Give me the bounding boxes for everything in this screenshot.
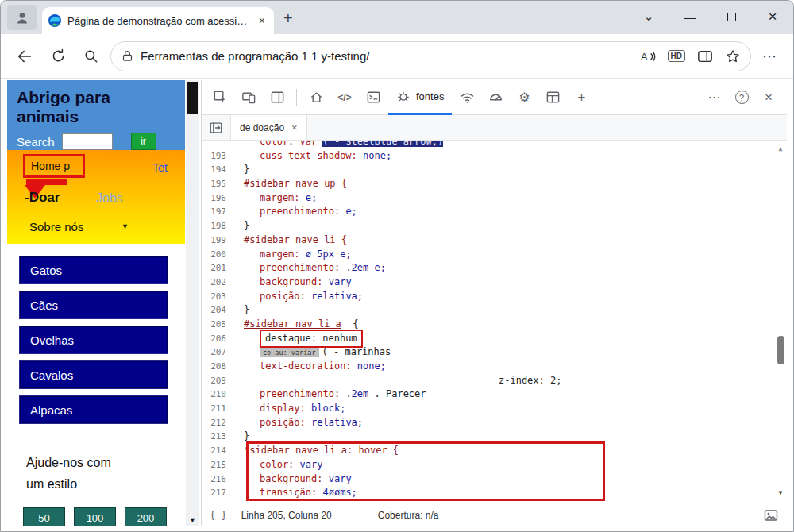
line-number[interactable]: 213: [202, 430, 233, 444]
line-number[interactable]: 208: [202, 360, 233, 374]
nav-link-about[interactable]: Sobre nós: [29, 220, 83, 233]
line-number[interactable]: 206: [202, 332, 233, 346]
editor-scrollbar[interactable]: ▲ ▼: [775, 141, 786, 503]
layout-tab-button[interactable]: [539, 82, 566, 114]
console-tab-button[interactable]: [360, 82, 387, 114]
nav-link-pet[interactable]: Tet: [152, 161, 168, 174]
line-number[interactable]: 214: [202, 444, 233, 458]
add-panel-button[interactable]: +: [568, 82, 595, 114]
donation-amount-button[interactable]: 100: [74, 507, 116, 526]
line-number[interactable]: 199: [202, 233, 233, 248]
code-line[interactable]: 217transição: 4øøms;: [202, 486, 787, 500]
address-bar[interactable]: Ferramentas de programação 1 1 y-testing…: [110, 41, 751, 71]
hd-badge-icon[interactable]: HD: [668, 50, 685, 62]
nav-link-donate[interactable]: -Doar: [25, 190, 60, 206]
code-line[interactable]: 199#sidebar nave li {: [202, 233, 787, 248]
line-number[interactable]: 209: [202, 374, 233, 388]
category-button[interactable]: Cães: [20, 291, 168, 318]
line-number[interactable]: 216: [202, 472, 233, 487]
nav-link-jobs[interactable]: Jobs: [96, 191, 123, 206]
donation-amount-button[interactable]: 50: [23, 507, 65, 526]
new-tab-button[interactable]: +: [283, 10, 293, 28]
favorites-star-icon[interactable]: [725, 48, 741, 64]
file-tab[interactable]: de doação ×: [230, 115, 307, 140]
line-number[interactable]: 204: [202, 303, 233, 318]
image-icon[interactable]: [763, 507, 779, 523]
code-line[interactable]: 195#sidebar nave up {: [202, 177, 787, 191]
code-line[interactable]: 210preenchimento: .2em . Parecer: [202, 387, 787, 402]
code-line[interactable]: 196margem: e;: [202, 191, 787, 206]
line-number[interactable]: 197: [202, 205, 233, 219]
elements-tab-button[interactable]: </>: [331, 82, 358, 114]
scroll-up-icon[interactable]: ▲: [775, 145, 786, 152]
scroll-down-icon[interactable]: ▼: [186, 516, 199, 524]
code-line[interactable]: 194}: [202, 163, 787, 177]
line-number[interactable]: 198: [202, 219, 233, 233]
line-number[interactable]: 211: [202, 402, 233, 416]
device-emulation-button[interactable]: [235, 82, 262, 114]
performance-tab-button[interactable]: [482, 82, 509, 114]
category-button[interactable]: Gatos: [20, 256, 168, 283]
line-number[interactable]: 202: [202, 276, 233, 290]
code-line[interactable]: 204}: [202, 303, 787, 318]
line-number[interactable]: 207: [202, 345, 233, 360]
toggle-sidebar-button[interactable]: [202, 115, 230, 140]
close-window-button[interactable]: ×: [752, 1, 793, 33]
tab-close-button[interactable]: ×: [256, 14, 268, 27]
code-line[interactable]: 213}: [202, 430, 787, 444]
line-number[interactable]: 195: [202, 177, 233, 191]
maximize-button[interactable]: [711, 1, 752, 33]
scrollbar-thumb[interactable]: [187, 82, 198, 114]
code-line[interactable]: 214*sidebar nave li a: hover {: [202, 444, 787, 458]
tab-search-chevron-icon[interactable]: ⌄: [628, 1, 669, 33]
back-button[interactable]: [10, 43, 39, 70]
code-line[interactable]: 216background: vary: [202, 472, 787, 487]
minimize-button[interactable]: —: [669, 1, 711, 33]
search-button[interactable]: [77, 43, 106, 70]
home-tab-button[interactable]: [303, 82, 330, 114]
settings-more-button[interactable]: ⋯: [756, 48, 784, 65]
read-aloud-icon[interactable]: A: [639, 48, 657, 64]
application-tab-button[interactable]: ⚙: [511, 82, 538, 114]
category-button[interactable]: Cavalos: [20, 361, 168, 388]
devtools-help-button[interactable]: ?: [728, 82, 755, 114]
category-button[interactable]: Alpacas: [20, 396, 168, 423]
line-number[interactable]: [202, 141, 233, 149]
page-scrollbar[interactable]: ▼: [186, 80, 199, 526]
editor-scrollbar-thumb[interactable]: [777, 336, 784, 364]
code-line[interactable]: 212posição: relativa;: [202, 416, 787, 430]
code-line[interactable]: 202background: vary: [202, 276, 787, 290]
category-button[interactable]: Ovelhas: [20, 326, 168, 353]
code-line[interactable]: 206destaque: nenhum: [202, 332, 787, 346]
code-line[interactable]: 207co au: variar( - marinhas: [202, 345, 787, 360]
line-number[interactable]: 194: [202, 163, 233, 177]
inspect-element-button[interactable]: [206, 82, 233, 114]
browser-tab[interactable]: Página de demonstração com acessibilidad…: [42, 7, 274, 34]
network-tab-button[interactable]: [453, 82, 480, 114]
line-number[interactable]: 205: [202, 318, 233, 332]
code-line[interactable]: 200margem: ø 5px e;: [202, 248, 787, 262]
nav-link-home[interactable]: Home p: [31, 160, 70, 172]
code-line[interactable]: color: var ( - steelblue arrow;): [202, 141, 787, 149]
sources-tab-active[interactable]: fontes: [388, 80, 452, 115]
site-search-input[interactable]: [62, 133, 113, 150]
code-line[interactable]: 215color: vary: [202, 458, 787, 472]
split-screen-icon[interactable]: [696, 48, 714, 64]
line-number[interactable]: 201: [202, 261, 233, 276]
code-line[interactable]: 201preenchimento: .2em e;: [202, 261, 787, 276]
devtools-close-button[interactable]: ×: [755, 82, 782, 114]
code-line[interactable]: 208text-decoration: none;: [202, 360, 787, 374]
dock-panel-button[interactable]: [264, 82, 291, 114]
code-line[interactable]: 203posição: relativa;: [202, 290, 787, 304]
code-line[interactable]: 193cuss text-shadow: none;: [202, 149, 787, 164]
pretty-print-icon[interactable]: { }: [210, 510, 227, 521]
line-number[interactable]: 196: [202, 191, 233, 206]
line-number[interactable]: 217: [202, 486, 233, 500]
profile-button[interactable]: [7, 5, 37, 30]
code-line[interactable]: 197preenchimento: e;: [202, 205, 787, 219]
code-editor[interactable]: color: var ( - steelblue arrow;)193cuss …: [202, 141, 787, 503]
devtools-more-button[interactable]: ⋯: [701, 82, 728, 114]
line-number[interactable]: 210: [202, 387, 233, 402]
refresh-button[interactable]: [44, 43, 72, 70]
code-line[interactable]: 198}: [202, 219, 787, 233]
